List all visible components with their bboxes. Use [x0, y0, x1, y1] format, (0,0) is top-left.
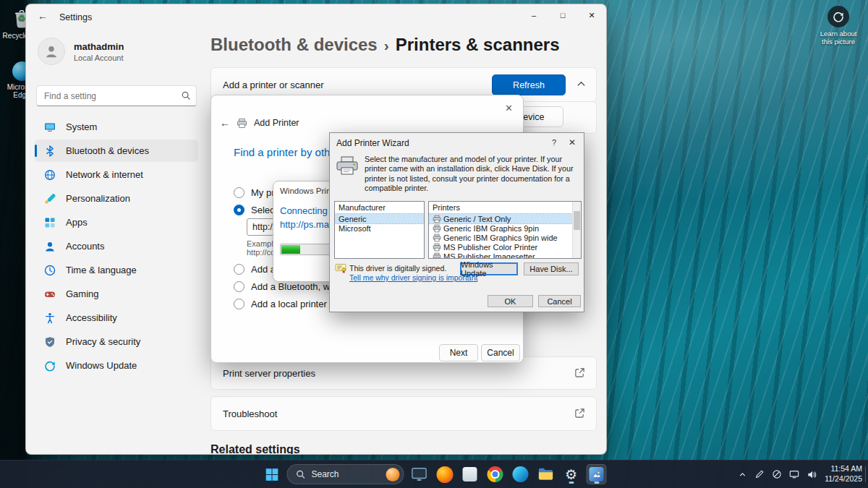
printer-list-item[interactable]: MS Publisher Imagesetter: [429, 252, 581, 259]
manufacturer-listbox[interactable]: Manufacturer Generic Microsoft: [334, 201, 425, 259]
add-printer-wizard-dialog: Add Printer Wizard ? ✕ Select the manufa…: [329, 132, 584, 312]
printer-item-label: Generic IBM Graphics 9pin: [443, 224, 539, 233]
sidebar-item-label: Time & language: [66, 265, 137, 275]
sidebar-item-accounts[interactable]: Accounts: [35, 235, 198, 257]
show-desktop-button[interactable]: [865, 466, 868, 482]
back-arrow-icon[interactable]: ←: [38, 10, 48, 22]
external-link-icon: [574, 408, 585, 419]
gamepad-icon: [44, 288, 56, 300]
dialog-title[interactable]: Add Printer Wizard: [336, 138, 409, 148]
close-button[interactable]: ✕: [577, 4, 606, 26]
tray-pen-icon[interactable]: [754, 469, 765, 479]
scrollbar[interactable]: [572, 202, 581, 258]
printer-icon: [433, 243, 441, 252]
printers-listbox[interactable]: Printers Generic / Text Only Generic IBM…: [428, 201, 582, 259]
window-title: Settings: [59, 12, 92, 22]
back-arrow-icon[interactable]: ←: [220, 117, 230, 129]
globe-icon: [44, 169, 56, 181]
sidebar-item-label: System: [66, 121, 97, 132]
printer-icon: [433, 224, 441, 233]
printer-icon: [237, 118, 247, 129]
scrollbar-thumb[interactable]: [574, 211, 580, 230]
settings-sidebar: mathadmin Local Account System Bluetooth…: [35, 30, 201, 454]
user-profile[interactable]: mathadmin Local Account: [38, 38, 124, 65]
next-button[interactable]: Next: [439, 344, 478, 361]
taskbar-icon-active-window[interactable]: [587, 464, 607, 484]
sidebar-item-label: Network & internet: [66, 169, 143, 180]
maximize-button[interactable]: □: [548, 4, 577, 26]
sidebar-item-label: Windows Update: [66, 360, 137, 371]
refresh-button[interactable]: Refresh: [492, 74, 566, 95]
tray-display-icon[interactable]: [789, 469, 799, 479]
sidebar-item-system[interactable]: System: [35, 116, 198, 138]
breadcrumb-parent[interactable]: Bluetooth & devices: [210, 35, 378, 54]
printer-item-label: Generic IBM Graphics 9pin wide: [443, 234, 558, 242]
tray-do-not-disturb-icon[interactable]: [772, 469, 782, 479]
tray-volume-icon[interactable]: [807, 469, 817, 480]
sidebar-item-label: Accessibility: [66, 312, 117, 323]
taskbar-icon-firefox[interactable]: [435, 464, 455, 484]
sidebar-item-network-internet[interactable]: Network & internet: [35, 163, 198, 186]
sidebar-item-gaming[interactable]: Gaming: [35, 283, 198, 305]
printer-list-item[interactable]: Generic IBM Graphics 9pin: [429, 223, 581, 233]
taskbar-search[interactable]: Search: [287, 464, 404, 484]
windows-update-button[interactable]: Windows Update: [460, 262, 518, 275]
start-button[interactable]: [262, 464, 282, 484]
desktop-icon-learn-about-picture[interactable]: Learn about this picture: [814, 6, 862, 46]
taskbar-icon-chrome[interactable]: [485, 464, 506, 484]
spotlight-icon: [827, 6, 849, 27]
sidebar-item-label: Gaming: [66, 288, 99, 299]
manufacturer-item[interactable]: Generic: [335, 214, 424, 223]
close-button[interactable]: ✕: [565, 136, 579, 149]
sidebar-item-privacy-security[interactable]: Privacy & security: [35, 330, 198, 353]
taskbar-icon-settings[interactable]: ⚙: [561, 464, 582, 484]
printers-header: Printers: [429, 202, 581, 214]
taskbar-icon-edge[interactable]: [511, 464, 531, 484]
user-name: mathadmin: [74, 41, 124, 52]
person-icon: [44, 241, 56, 252]
manufacturer-label: Microsoft: [339, 224, 371, 233]
manufacturer-item[interactable]: Microsoft: [335, 223, 424, 233]
sidebar-item-label: Bluetooth & devices: [66, 145, 149, 156]
driver-signing-link[interactable]: Tell me why driver signing is important: [349, 273, 477, 282]
breadcrumb-separator: ›: [378, 37, 396, 53]
brush-icon: [44, 193, 56, 205]
radio-icon: [234, 264, 244, 275]
taskbar-icon-app[interactable]: [460, 464, 480, 484]
troubleshoot-row[interactable]: Troubleshoot: [210, 396, 597, 431]
search-input[interactable]: [36, 85, 197, 106]
taskbar-icon-remote-desktop[interactable]: [409, 464, 430, 484]
printer-list-item[interactable]: MS Publisher Color Printer: [429, 242, 581, 252]
accessibility-icon: [44, 312, 56, 324]
printer-list-item[interactable]: Generic IBM Graphics 9pin wide: [429, 233, 581, 242]
progress-bar-fill: [281, 245, 300, 254]
ok-button[interactable]: OK: [488, 295, 533, 307]
driver-signed-text: This driver is digitally signed.: [349, 264, 446, 273]
search-highlight-icon: [386, 468, 400, 481]
sidebar-item-time-language[interactable]: Time & language: [35, 259, 198, 281]
printer-item-label: Generic / Text Only: [443, 215, 511, 223]
printer-list-item[interactable]: Generic / Text Only: [429, 214, 581, 223]
printer-item-label: MS Publisher Color Printer: [443, 243, 537, 252]
have-disk-button[interactable]: Have Disk...: [524, 262, 579, 275]
sidebar-item-apps[interactable]: Apps: [35, 211, 198, 234]
clock[interactable]: 11:54 AM 11/24/2025: [825, 464, 862, 484]
help-button[interactable]: ?: [546, 136, 562, 149]
printer-icon: [433, 215, 441, 223]
cancel-button[interactable]: Cancel: [538, 295, 581, 307]
chevron-up-icon[interactable]: [576, 79, 587, 90]
cancel-button[interactable]: Cancel: [481, 344, 520, 361]
sidebar-item-personalization[interactable]: Personalization: [35, 187, 198, 210]
close-icon[interactable]: ✕: [505, 103, 513, 114]
sidebar-item-accessibility[interactable]: Accessibility: [35, 307, 198, 329]
update-icon: [44, 360, 56, 372]
hidden-icons-chevron[interactable]: [738, 470, 747, 479]
minimize-button[interactable]: –: [519, 4, 548, 26]
taskbar-icon-file-explorer[interactable]: [536, 464, 556, 484]
shield-icon: [44, 336, 56, 348]
progress-status-line: Connecting t: [280, 205, 333, 216]
sidebar-item-windows-update[interactable]: Windows Update: [35, 354, 198, 377]
sidebar-item-label: Privacy & security: [66, 336, 140, 347]
external-link-icon: [574, 367, 585, 378]
sidebar-item-bluetooth-devices[interactable]: Bluetooth & devices: [35, 140, 198, 162]
